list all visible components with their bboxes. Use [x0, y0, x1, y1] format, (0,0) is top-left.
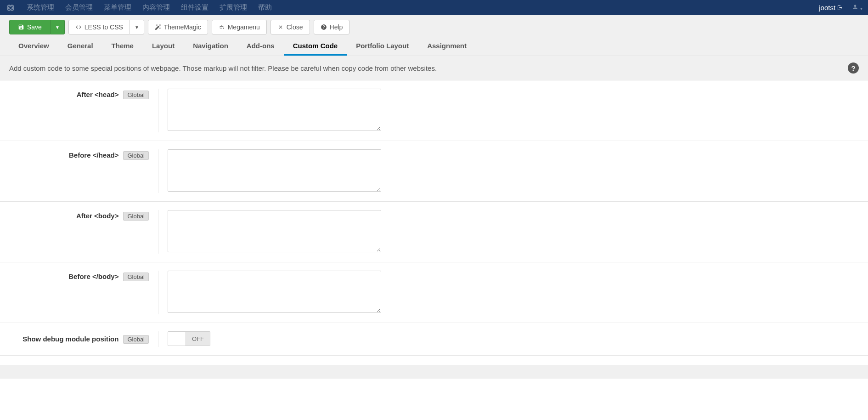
admin-top-bar: 系统管理 会员管理 菜单管理 内容管理 组件设置 扩展管理 帮助 jootst … — [0, 0, 868, 15]
save-button-group: Save ▼ — [9, 20, 65, 34]
less-to-css-button[interactable]: LESS to CSS — [68, 20, 130, 34]
label-col: After <body> Global — [0, 210, 158, 254]
close-label: Close — [287, 23, 303, 31]
caret-down-icon: ▼ — [135, 25, 139, 30]
label-col: Show debug module position Global — [0, 331, 158, 347]
field-label: Show debug module position — [23, 335, 118, 343]
after-head-textarea[interactable] — [168, 89, 381, 131]
tab-general[interactable]: General — [58, 37, 102, 56]
code-icon — [75, 24, 82, 30]
label-col: After <head> Global — [0, 89, 158, 132]
global-badge: Global — [123, 335, 149, 344]
sitemap-icon — [219, 24, 225, 30]
before-body-textarea[interactable] — [168, 271, 381, 313]
before-head-textarea[interactable] — [168, 149, 381, 192]
wand-icon — [155, 24, 161, 30]
menu-menus[interactable]: 菜单管理 — [98, 0, 137, 15]
tab-addons[interactable]: Add-ons — [237, 37, 284, 56]
tab-theme[interactable]: Theme — [102, 37, 143, 56]
menu-content[interactable]: 内容管理 — [137, 0, 175, 15]
form-rows: After <head> Global Before </head> Globa… — [0, 80, 868, 356]
field-after-body: After <body> Global — [0, 202, 868, 262]
field-after-head: After <head> Global — [0, 80, 868, 141]
admin-bar-right: jootst ▾ — [819, 4, 862, 11]
caret-down-icon: ▼ — [55, 25, 60, 30]
input-col: OFF — [158, 331, 868, 347]
field-label: After <head> — [77, 91, 119, 98]
field-before-body: Before </body> Global — [0, 262, 868, 323]
less-button-group: LESS to CSS ▼ — [68, 20, 144, 34]
input-col — [158, 210, 868, 254]
thememagic-button[interactable]: ThemeMagic — [148, 20, 208, 34]
save-icon — [18, 24, 24, 30]
field-label: Before </head> — [69, 151, 118, 159]
global-badge: Global — [123, 272, 149, 281]
tab-navigation[interactable]: Navigation — [184, 37, 237, 56]
save-button[interactable]: Save — [9, 20, 51, 34]
field-label: Before </body> — [68, 272, 118, 280]
field-before-head: Before </head> Global — [0, 141, 868, 202]
megamenu-label: Megamenu — [228, 23, 260, 31]
toolbar-buttons: Save ▼ LESS to CSS ▼ ThemeMagic — [9, 20, 859, 34]
footer-space — [0, 365, 868, 379]
admin-bar-left: 系统管理 会员管理 菜单管理 内容管理 组件设置 扩展管理 帮助 — [6, 0, 277, 15]
person-icon — [852, 4, 858, 10]
toggle-off-label: OFF — [186, 332, 210, 346]
tab-layout[interactable]: Layout — [143, 37, 184, 56]
joomla-logo-icon[interactable] — [6, 3, 16, 13]
user-link[interactable]: jootst — [819, 4, 843, 11]
close-icon — [277, 24, 284, 30]
field-label: After <body> — [76, 212, 119, 220]
help-icon — [321, 24, 327, 30]
user-name: jootst — [819, 4, 835, 11]
tabs: Overview General Theme Layout Navigation… — [9, 37, 859, 56]
toolbar: Save ▼ LESS to CSS ▼ ThemeMagic — [0, 15, 868, 56]
debug-toggle[interactable]: OFF — [168, 331, 210, 346]
after-body-textarea[interactable] — [168, 210, 381, 252]
input-col — [158, 149, 868, 193]
menu-components[interactable]: 组件设置 — [175, 0, 214, 15]
menu-users[interactable]: 会员管理 — [60, 0, 98, 15]
global-badge: Global — [123, 212, 149, 221]
input-col — [158, 89, 868, 132]
tab-custom-code[interactable]: Custom Code — [284, 37, 347, 56]
menu-extensions[interactable]: 扩展管理 — [214, 0, 253, 15]
logout-icon — [837, 5, 843, 11]
megamenu-button[interactable]: Megamenu — [212, 20, 267, 34]
global-badge: Global — [123, 91, 149, 99]
caret-down-icon: ▾ — [860, 6, 862, 11]
help-label: Help — [330, 23, 343, 31]
toggle-empty — [168, 332, 186, 346]
less-dropdown-button[interactable]: ▼ — [130, 20, 144, 34]
tab-assignment[interactable]: Assignment — [418, 37, 476, 56]
menu-system[interactable]: 系统管理 — [21, 0, 60, 15]
menu-help[interactable]: 帮助 — [253, 0, 277, 15]
user-dropdown[interactable]: ▾ — [852, 4, 862, 11]
field-debug-position: Show debug module position Global OFF — [0, 323, 868, 356]
thememagic-label: ThemeMagic — [164, 23, 201, 31]
close-button[interactable]: Close — [271, 20, 310, 34]
save-dropdown-button[interactable]: ▼ — [51, 20, 65, 34]
description-text: Add custom code to some special position… — [9, 64, 437, 72]
help-button[interactable]: Help — [314, 20, 350, 34]
input-col — [158, 271, 868, 314]
help-circle-icon[interactable]: ? — [848, 62, 859, 74]
save-label: Save — [27, 23, 42, 31]
global-badge: Global — [123, 151, 149, 160]
less-label: LESS to CSS — [85, 23, 123, 31]
label-col: Before </body> Global — [0, 271, 158, 314]
admin-main-menu: 系统管理 会员管理 菜单管理 内容管理 组件设置 扩展管理 帮助 — [21, 0, 277, 15]
tab-portfolio-layout[interactable]: Portfolio Layout — [347, 37, 418, 56]
label-col: Before </head> Global — [0, 149, 158, 193]
description-bar: Add custom code to some special position… — [0, 56, 868, 80]
tab-overview[interactable]: Overview — [9, 37, 58, 56]
